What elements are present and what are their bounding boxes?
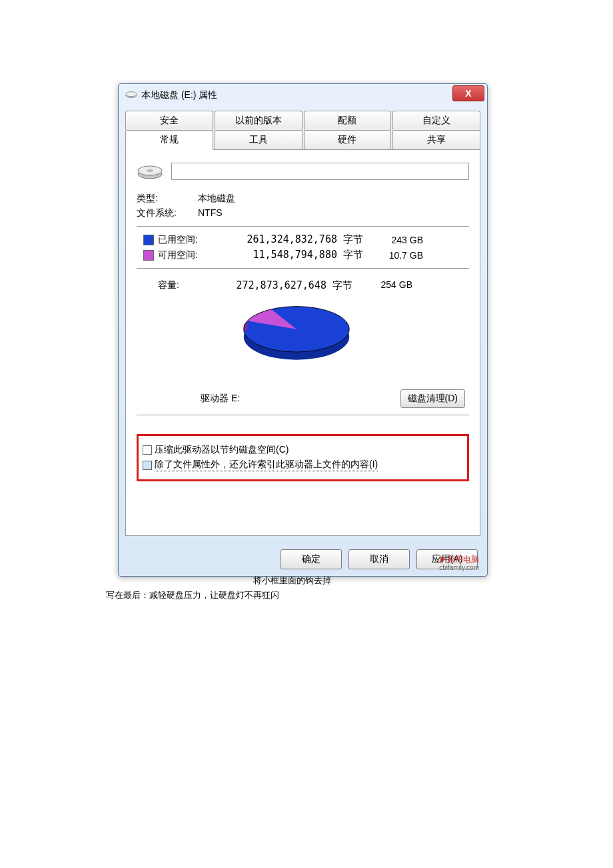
tabs-container: 安全 以前的版本 配额 自定义 常规 工具 硬件 共享 类型: 本地磁盘 (119, 107, 487, 543)
properties-dialog: 本地磁盘 (E:) 属性 X 安全 以前的版本 配额 自定义 常规 工具 硬件 … (118, 83, 488, 577)
free-color-swatch (143, 250, 154, 261)
type-label: 类型: (137, 193, 198, 205)
free-space-row: 可用空间: 11,548,794,880 字节 10.7 GB (137, 249, 469, 261)
index-label: 除了文件属性外，还允许索引此驱动器上文件的内容(I) (155, 459, 378, 471)
free-gb: 10.7 GB (363, 250, 423, 261)
capacity-gb: 254 GB (352, 279, 412, 292)
drive-small-icon (125, 91, 137, 100)
capacity-bytes: 272,873,627,648 字节 (213, 279, 352, 292)
dialog-button-row: 确定 取消 应用(A) (119, 543, 487, 576)
tab-row-2: 常规 工具 硬件 共享 (125, 130, 480, 149)
caption-2: 写在最后：减轻硬盘压力，让硬盘灯不再狂闪 (106, 589, 279, 601)
index-checkbox-row: 除了文件属性外，还允许索引此驱动器上文件的内容(I) (143, 459, 463, 471)
drive-letter-label: 驱动器 E: (201, 393, 240, 405)
tab-row-1: 安全 以前的版本 配额 自定义 (125, 111, 480, 130)
free-label: 可用空间: (158, 249, 223, 261)
divider-3 (137, 415, 469, 415)
watermark: 家用电脑 cbifamily.com (439, 555, 479, 572)
tab-sharing[interactable]: 共享 (392, 130, 480, 149)
free-bytes: 11,548,794,880 字节 (223, 249, 363, 261)
tab-security[interactable]: 安全 (125, 111, 213, 130)
watermark-text-bottom: cbifamily.com (439, 564, 479, 572)
used-color-swatch (143, 235, 154, 245)
dialog-title: 本地磁盘 (E:) 属性 (141, 89, 217, 101)
type-row: 类型: 本地磁盘 (137, 193, 469, 205)
drive-name-row (137, 162, 469, 181)
capacity-label: 容量: (158, 279, 213, 292)
used-label: 已用空间: (158, 234, 223, 246)
close-button[interactable]: X (452, 85, 484, 101)
drive-label-row: 驱动器 E: 磁盘清理(D) (137, 389, 469, 408)
used-space-row: 已用空间: 261,324,832,768 字节 243 GB (137, 233, 469, 246)
used-bytes: 261,324,832,768 字节 (223, 233, 363, 246)
tab-hardware[interactable]: 硬件 (304, 130, 392, 149)
close-icon: X (465, 88, 471, 99)
ok-button[interactable]: 确定 (281, 549, 342, 569)
pie-chart-area (230, 304, 376, 384)
disk-cleanup-button[interactable]: 磁盘清理(D) (400, 389, 465, 408)
drive-icon (137, 162, 163, 181)
tab-quota[interactable]: 配额 (304, 111, 392, 130)
tab-previous-versions[interactable]: 以前的版本 (215, 111, 303, 130)
pie-chart (230, 304, 363, 364)
tab-content-general: 类型: 本地磁盘 文件系统: NTFS 已用空间: 261,324,832,76… (125, 149, 480, 536)
tab-general[interactable]: 常规 (125, 130, 213, 150)
titlebar[interactable]: 本地磁盘 (E:) 属性 X (119, 84, 487, 107)
divider-1 (137, 226, 469, 227)
index-checkbox[interactable] (143, 461, 152, 470)
highlighted-options-box: 压缩此驱动器以节约磁盘空间(C) 除了文件属性外，还允许索引此驱动器上文件的内容… (137, 434, 469, 481)
filesystem-row: 文件系统: NTFS (137, 207, 469, 219)
filesystem-value: NTFS (198, 207, 223, 219)
tab-tools[interactable]: 工具 (215, 130, 303, 149)
divider-2 (137, 268, 469, 269)
type-value: 本地磁盘 (198, 193, 235, 205)
svg-point-4 (147, 169, 153, 172)
compress-checkbox[interactable] (143, 445, 152, 455)
used-gb: 243 GB (363, 235, 423, 245)
tab-custom[interactable]: 自定义 (392, 111, 480, 130)
svg-point-1 (126, 92, 137, 97)
caption-1: 将小框里面的钩去掉 (253, 575, 331, 587)
filesystem-label: 文件系统: (137, 207, 198, 219)
compress-label: 压缩此驱动器以节约磁盘空间(C) (155, 444, 289, 456)
cancel-button[interactable]: 取消 (348, 549, 410, 569)
watermark-arrow-icon (440, 556, 446, 563)
watermark-text-top: 家用电脑 (447, 555, 479, 564)
capacity-row: 容量: 272,873,627,648 字节 254 GB (137, 279, 469, 292)
compress-checkbox-row: 压缩此驱动器以节约磁盘空间(C) (143, 444, 463, 456)
drive-name-input[interactable] (171, 163, 469, 180)
